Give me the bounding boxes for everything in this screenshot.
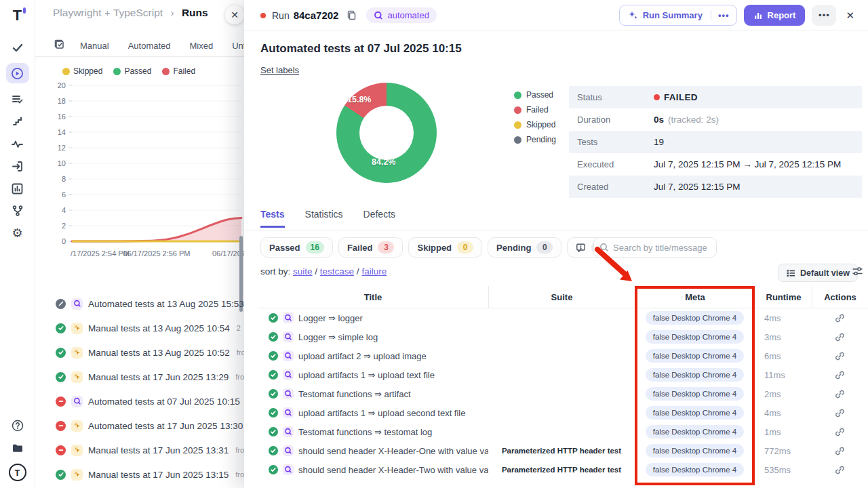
column-header-runtime[interactable]: Runtime [755,286,812,308]
view-settings-icon[interactable] [852,266,863,280]
run-summary-button[interactable]: Run Summary ••• [619,5,737,26]
table-row[interactable]: Logger ⇒ simple log false Desktop Chrome… [258,327,868,346]
run-list-item[interactable]: Manual tests at 17 Jun 2025 13:29 from [35,365,244,389]
run-list-item[interactable]: Automated tests at 13 Aug 2025 15:53 [35,291,244,316]
run-list-item[interactable]: Manual tests at 17 Jun 2025 13:31 from [35,438,244,462]
run-type-icon [71,469,83,481]
run-summary-more[interactable]: ••• [711,10,736,20]
tab-tests[interactable]: Tests [260,209,285,228]
run-detail-header: Run 84ca7202 automated Run Summary ••• [244,0,868,31]
run-list-item[interactable]: Manual tests at 13 Aug 2025 10:54 2 [35,316,244,340]
table-row[interactable]: upload artifact 2 ⇒ upload image false D… [258,346,868,365]
sort-link-failure[interactable]: failure [361,266,387,277]
svg-text:6: 6 [62,190,66,199]
column-header-suite[interactable]: Suite [488,286,635,308]
meta-tag[interactable]: false Desktop Chrome 4 [646,349,744,363]
settings-gear-icon[interactable]: ⚙ [11,226,24,240]
table-row[interactable]: Testomat functions ⇒ testomat log false … [258,422,868,441]
table-row[interactable]: upload artifacts 1 ⇒ upload second text … [258,403,868,422]
runs-tab-automated[interactable]: Automated [128,41,171,51]
test-link-icon[interactable] [812,332,868,342]
runs-tab-mixed[interactable]: Mixed [190,41,214,51]
analytics-icon[interactable] [11,182,24,195]
meta-tag[interactable]: false Desktop Chrome 4 [646,425,744,439]
run-type-icon [71,298,83,310]
meta-tag[interactable]: false Desktop Chrome 4 [646,387,744,401]
table-row[interactable]: Testomat functions ⇒ artifact false Desk… [258,384,868,403]
detail-close-button[interactable]: ✕ [843,9,857,22]
more-actions-button[interactable]: ••• [812,5,836,26]
set-labels-link[interactable]: Set labels [260,65,299,75]
sort-link-testcase[interactable]: testcase [320,266,354,277]
copy-run-id-button[interactable] [347,10,357,20]
runs-tab-manual[interactable]: Manual [80,41,109,51]
breadcrumb-project[interactable]: Playwright + TypeScript [53,7,163,18]
run-item-title: Manual tests at 13 Aug 2025 10:52 [88,348,230,358]
test-runtime: 2ms [755,389,812,399]
donut-legend-skipped: Skipped [514,120,556,129]
filter-chip-failed[interactable]: Failed3 [338,237,403,258]
table-row[interactable]: should send header X-Header-One with val… [258,441,868,460]
run-list-item[interactable]: Automated tests at 17 Jun 2025 13:30 [35,413,244,438]
test-plans-icon[interactable] [11,92,24,106]
import-icon[interactable] [11,159,24,173]
meta-tag[interactable]: false Desktop Chrome 4 [646,330,744,344]
test-link-icon[interactable] [812,351,868,361]
run-list-item[interactable]: Automated tests at 07 Jul 2025 10:15 [35,389,244,413]
run-list-item[interactable]: Manual tests at 13 Aug 2025 10:52 from [35,340,244,365]
tests-table: TitleSuiteMetaRuntimeActions Logger ⇒ lo… [258,286,868,479]
meta-tag[interactable]: false Desktop Chrome 4 [646,444,744,458]
column-header-actions[interactable]: Actions [812,286,868,308]
tab-defects[interactable]: Defects [363,209,395,226]
test-link-icon[interactable] [812,313,868,323]
tab-statistics[interactable]: Statistics [305,209,343,226]
sort-prefix: sort by: [260,266,290,277]
app-window: T ⚙ [0,0,868,488]
test-link-icon[interactable] [812,408,868,418]
legend-item-skipped: Skipped [62,66,102,76]
badge-label: automated [387,10,429,20]
milestones-icon[interactable] [11,115,24,128]
report-button[interactable]: Report [744,5,806,26]
sort-link-suite[interactable]: suite [293,266,313,277]
help-icon[interactable] [11,419,24,432]
meta-tag[interactable]: false Desktop Chrome 4 [646,406,744,420]
test-automated-icon [283,312,294,323]
test-automated-icon [283,369,294,380]
svg-text:10: 10 [58,159,66,167]
select-runs-icon[interactable] [54,39,65,52]
table-row[interactable]: Logger ⇒ logger false Desktop Chrome 4 4… [258,308,868,327]
info-row-status: StatusFAILED [569,86,862,108]
meta-tag[interactable]: false Desktop Chrome 4 [646,368,744,382]
pulse-icon[interactable] [11,137,24,150]
filter-chip-skipped[interactable]: Skipped0 [408,237,482,258]
filter-chip-passed[interactable]: Passed16 [260,237,333,258]
table-row[interactable]: should send header X-Header-Two with val… [258,460,868,479]
meta-tag[interactable]: false Desktop Chrome 4 [646,463,744,476]
run-list-item[interactable]: Manual tests at 17 Jun 2025 13:15 from [35,462,244,487]
table-row[interactable]: upload artifacts 1 ⇒ upload text file fa… [258,365,868,384]
tests-check-icon[interactable] [11,41,24,54]
report-label: Report [768,10,796,20]
profile-avatar[interactable]: T [9,464,26,481]
meta-tag[interactable]: false Desktop Chrome 4 [646,311,744,325]
testomat-logo[interactable]: T [13,8,22,23]
test-link-icon[interactable] [812,446,868,456]
test-link-icon[interactable] [812,427,868,437]
column-header-title[interactable]: Title [258,286,488,308]
runs-play-icon[interactable] [6,63,29,83]
test-link-icon[interactable] [812,389,868,399]
donut-failed-label: 15.8% [347,95,371,104]
runs-tab-unfinished[interactable]: Unfinished [232,41,244,51]
search-input[interactable] [613,243,708,253]
default-view-button[interactable]: Default view [778,264,858,282]
run-item-title: Manual tests at 17 Jun 2025 13:31 [88,445,229,455]
runs-panel-close-button[interactable]: ✕ [225,5,244,24]
filter-chip-pending[interactable]: Pending0 [488,237,561,258]
projects-folder-icon[interactable] [11,441,24,455]
test-link-icon[interactable] [812,370,868,380]
run-status-icon [56,396,66,407]
branches-icon[interactable] [11,204,24,218]
test-link-icon[interactable] [812,465,868,475]
column-header-meta[interactable]: Meta [635,286,755,308]
